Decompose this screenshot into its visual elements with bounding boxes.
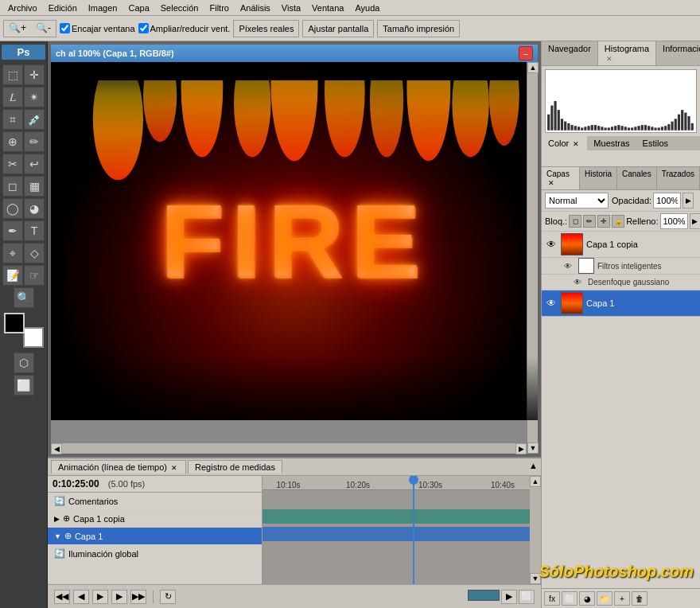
scroll-up-btn[interactable]: ▲ — [527, 62, 539, 73]
trazados-tab[interactable]: Trazados — [657, 167, 700, 189]
fill-arrow[interactable]: ▶ — [690, 213, 701, 229]
delete-layer-btn[interactable]: 🗑 — [632, 591, 648, 606]
menu-capa[interactable]: Capa — [123, 2, 154, 14]
timeline-close-btn[interactable]: ▲ — [529, 461, 538, 470]
add-group-btn[interactable]: 📁 — [597, 591, 612, 606]
layer-eye-capa1[interactable]: 👁 — [545, 297, 558, 310]
tl-next-frame[interactable]: ▶▶ — [130, 590, 146, 604]
smart-filter-eye[interactable]: 👁 — [564, 262, 572, 271]
horizontal-scrollbar[interactable]: ◀ ▶ — [51, 442, 527, 454]
estilos-tab[interactable]: Estilos — [636, 136, 675, 150]
scroll-right-btn[interactable]: ▶ — [515, 443, 527, 454]
tamano-impresion-btn[interactable]: Tamaño impresión — [377, 20, 460, 37]
gradient-tool[interactable]: ▦ — [24, 176, 45, 197]
notes-tool[interactable]: 📝 — [2, 265, 23, 286]
background-color[interactable] — [23, 327, 44, 348]
menu-analisis[interactable]: Análisis — [235, 2, 275, 14]
tl-prev-frame[interactable]: ◀◀ — [54, 590, 70, 604]
pen-tool[interactable]: ✒ — [2, 220, 23, 241]
opacity-input[interactable] — [653, 193, 681, 209]
capas-tab-close[interactable]: ✕ — [546, 179, 556, 187]
shape-tool[interactable]: ◇ — [24, 243, 45, 263]
menu-edicion[interactable]: Edición — [44, 2, 82, 14]
tl-next-1[interactable]: ▶ — [111, 590, 127, 604]
path-tool[interactable]: ⌖ — [2, 243, 23, 263]
menu-seleccion[interactable]: Selección — [156, 2, 204, 14]
new-layer-btn[interactable]: + — [614, 591, 630, 606]
fit-window-check[interactable]: Encajar ventana — [60, 23, 135, 33]
lock-all-btn[interactable]: 🔒 — [612, 215, 624, 228]
nav-tab[interactable]: Navegador — [542, 41, 598, 65]
zoom-in-btn[interactable]: 🔍+ — [4, 21, 31, 37]
timeline-tab-animation[interactable]: Animación (línea de tiempo) ✕ — [51, 460, 186, 474]
zoom-out-btn[interactable]: 🔍- — [31, 21, 56, 37]
brush-tool[interactable]: ✏ — [24, 131, 45, 152]
timeline-tab-registro[interactable]: Registro de medidas — [188, 460, 282, 474]
blur-tool[interactable]: ◯ — [2, 198, 23, 219]
layer-item-capa1copia[interactable]: 👁 Capa 1 copia — [542, 232, 700, 258]
lock-move-btn[interactable]: ✛ — [597, 215, 610, 228]
menu-ventana[interactable]: Ventana — [307, 2, 348, 14]
lasso-tool[interactable]: 𝐿 — [2, 87, 23, 107]
tl-expand-btn[interactable]: ⬜ — [519, 590, 535, 604]
move-tool[interactable]: ✛ — [24, 64, 45, 85]
magic-wand-tool[interactable]: ✴ — [24, 87, 45, 107]
opacity-arrow[interactable]: ▶ — [682, 193, 694, 209]
scroll-down-btn[interactable]: ▼ — [527, 442, 539, 454]
lock-transparent-btn[interactable]: ◻ — [569, 215, 581, 228]
ampliar-check[interactable]: Ampliar/reducir vent. — [138, 23, 231, 33]
playhead[interactable] — [413, 476, 414, 584]
menu-archivo[interactable]: Archivo — [3, 2, 42, 14]
gaussian-eye[interactable]: 👁 — [574, 278, 581, 286]
tl-prev-1[interactable]: ◀ — [73, 590, 89, 604]
histogram-tab[interactable]: Histograma ✕ — [598, 41, 656, 65]
info-tab[interactable]: Información — [656, 41, 700, 65]
tl-play[interactable]: ▶ — [92, 590, 108, 604]
pixeles-reales-btn[interactable]: Píxeles reales — [233, 20, 299, 37]
tl-scroll-bar[interactable] — [468, 590, 500, 601]
tl-scroll-right-btn[interactable]: ▶ — [501, 590, 517, 604]
historia-tab[interactable]: Historia — [580, 167, 617, 189]
ajustar-pantalla-btn[interactable]: Ajustar pantalla — [302, 20, 374, 37]
hand-tool[interactable]: ☞ — [24, 265, 45, 286]
screen-mode-tool[interactable]: ⬜ — [14, 375, 34, 396]
history-brush[interactable]: ↩ — [24, 154, 45, 174]
timeline-label-capa1copia[interactable]: ▶ ⊕ Capa 1 copia — [48, 510, 262, 528]
zoom-tool[interactable]: 🔍 — [14, 287, 34, 308]
menu-vista[interactable]: Vista — [277, 2, 305, 14]
color-tab[interactable]: Color ✕ — [542, 136, 587, 150]
menu-filtro[interactable]: Filtro — [204, 2, 233, 14]
fill-input[interactable] — [660, 213, 688, 229]
crop-tool[interactable]: ⌗ — [2, 109, 23, 130]
menu-imagen[interactable]: Imagen — [84, 2, 122, 14]
track-scroll-up[interactable]: ▲ — [530, 476, 541, 487]
timeline-tab-close-1[interactable]: ✕ — [169, 464, 179, 472]
tl-loop[interactable]: ↻ — [160, 590, 176, 604]
add-mask-btn[interactable]: ⬜ — [562, 591, 578, 606]
add-style-btn[interactable]: fx — [544, 591, 560, 606]
clone-tool[interactable]: ✂ — [2, 154, 23, 174]
layer-eye-capa1copia[interactable]: 👁 — [545, 238, 558, 251]
layer-item-capa1[interactable]: 👁 Capa 1 — [542, 290, 700, 317]
capas-tab[interactable]: Capas ✕ — [542, 167, 580, 189]
marquee-tool[interactable]: ⬚ — [2, 64, 23, 85]
text-tool[interactable]: T — [24, 220, 45, 241]
lock-image-btn[interactable]: ✏ — [583, 215, 596, 228]
blend-mode-select[interactable]: Normal Multiplicar Pantalla — [545, 193, 609, 209]
canvas-close-btn[interactable]: – — [519, 46, 533, 60]
color-tab-close[interactable]: ✕ — [571, 140, 581, 148]
menu-ayuda[interactable]: Ayuda — [350, 2, 384, 14]
quick-mask-tool[interactable]: ⬡ — [14, 353, 34, 373]
scroll-left-btn[interactable]: ◀ — [51, 443, 62, 454]
eraser-tool[interactable]: ◻ — [2, 176, 23, 197]
timeline-track[interactable]: 10:10s 10:20s 10:30s 10:40s — [262, 476, 541, 584]
healing-tool[interactable]: ⊕ — [2, 131, 23, 152]
eyedropper-tool[interactable]: 💉 — [24, 109, 45, 130]
add-adjustment-btn[interactable]: ◕ — [579, 591, 595, 606]
timeline-label-capa1[interactable]: ▼ ⊕ Capa 1 — [48, 528, 262, 545]
expand-capa1[interactable]: ▼ — [54, 532, 61, 540]
canales-tab[interactable]: Canales — [617, 167, 657, 189]
histogram-tab-close[interactable]: ✕ — [605, 55, 614, 63]
muestras-tab[interactable]: Muestras — [587, 136, 636, 150]
expand-capa1copia[interactable]: ▶ — [54, 515, 60, 523]
